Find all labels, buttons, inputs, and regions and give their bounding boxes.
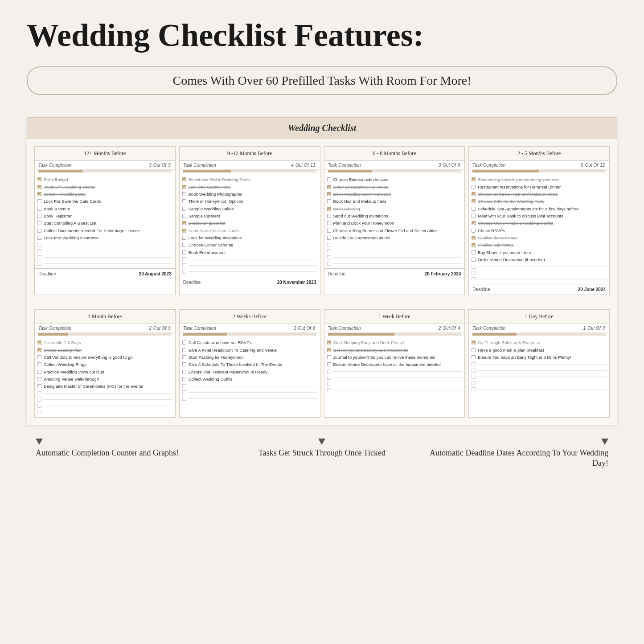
task-item[interactable]: Ensure The Relevant Paperwork Is Ready xyxy=(182,369,317,376)
task-checkbox[interactable] xyxy=(37,207,41,211)
task-item[interactable]: Schedule Spa Appointments etc for a few … xyxy=(472,205,607,213)
task-checkbox[interactable] xyxy=(472,355,476,359)
task-checkbox[interactable] xyxy=(182,207,186,211)
task-checkbox[interactable] xyxy=(182,348,186,352)
task-item[interactable]: Book a Venue xyxy=(37,205,172,213)
task-item[interactable]: Book Hair and Makeup trials xyxy=(327,198,462,205)
task-checkbox[interactable] xyxy=(472,221,476,225)
task-item[interactable]: Call Vendors to ensure everything is goo… xyxy=(37,354,172,361)
task-item[interactable]: Restaurant reservations for Rehersal Din… xyxy=(472,184,607,191)
task-checkbox[interactable] xyxy=(327,229,331,233)
task-checkbox[interactable] xyxy=(472,177,476,181)
task-checkbox[interactable] xyxy=(182,355,186,359)
task-item[interactable]: Plan and Book your Honeymoon xyxy=(327,220,462,227)
task-checkbox[interactable] xyxy=(182,185,186,189)
task-checkbox[interactable] xyxy=(182,377,186,381)
task-checkbox[interactable] xyxy=(327,348,331,352)
task-item[interactable]: Ensure You have an Early Night and Drink… xyxy=(472,354,607,361)
task-checkbox[interactable] xyxy=(472,250,476,254)
task-item[interactable]: Order Venue Decoration (if needed) xyxy=(472,256,607,263)
task-checkbox[interactable] xyxy=(37,384,41,388)
task-item[interactable]: Choose and Book Hair and Makeup Artists xyxy=(472,191,607,198)
task-checkbox[interactable] xyxy=(37,362,41,366)
task-checkbox[interactable] xyxy=(37,236,41,240)
task-item[interactable]: Start writing vows if you are doing your… xyxy=(472,176,607,183)
task-checkbox[interactable] xyxy=(327,236,331,240)
task-item[interactable]: Create Seating Plan xyxy=(37,347,172,354)
task-item[interactable]: Wedding Venue walk-through xyxy=(37,376,172,383)
task-checkbox[interactable] xyxy=(37,192,41,196)
task-item[interactable]: Have a good meal & plan breakfast xyxy=(472,347,607,354)
task-item[interactable]: Buy Shoes if you need them xyxy=(472,249,607,256)
task-item[interactable]: Meet with your Bank to discuss joint acc… xyxy=(472,213,607,220)
task-checkbox[interactable] xyxy=(327,207,331,211)
task-item[interactable]: Call Guests who have not RSVP'd xyxy=(182,339,317,346)
task-item[interactable]: Start Packing for Honeymoon xyxy=(182,354,317,361)
task-checkbox[interactable] xyxy=(472,207,476,211)
task-item[interactable]: Collect Documents Needed For A Marriage … xyxy=(37,227,172,234)
task-checkbox[interactable] xyxy=(327,221,331,225)
task-checkbox[interactable] xyxy=(327,185,331,189)
task-checkbox[interactable] xyxy=(182,370,186,374)
task-item[interactable]: Collect Wedding Rings xyxy=(37,361,172,368)
task-item[interactable]: Look For Save the Date Cards xyxy=(37,198,172,205)
task-item[interactable]: Journal to yourself! So you can re-live … xyxy=(327,354,462,361)
task-checkbox[interactable] xyxy=(37,370,41,374)
task-checkbox[interactable] xyxy=(182,236,186,240)
task-checkbox[interactable] xyxy=(327,340,331,345)
task-checkbox[interactable] xyxy=(182,199,186,203)
task-item[interactable]: Book Catering xyxy=(327,205,462,213)
task-checkbox[interactable] xyxy=(37,355,41,359)
task-item[interactable]: Give A Schedule To Those Involved In The… xyxy=(182,361,317,368)
task-item[interactable]: Book Wedding Photographer xyxy=(182,191,317,198)
task-checkbox[interactable] xyxy=(472,214,476,218)
task-item[interactable]: Sample Wedding Cakes xyxy=(182,205,317,213)
task-checkbox[interactable] xyxy=(182,250,186,254)
task-item[interactable]: Go Through Roles with Everyone xyxy=(472,339,607,346)
task-item[interactable]: Send Save the Date Cards xyxy=(182,227,317,234)
task-item[interactable]: Select A Wedding Day xyxy=(37,191,172,198)
task-item[interactable]: Look Into Wedding Insurance xyxy=(37,234,172,242)
task-item[interactable]: Select and Order Wedding Dress xyxy=(182,176,317,183)
task-checkbox[interactable] xyxy=(327,214,331,218)
task-checkbox[interactable] xyxy=(182,177,186,181)
task-checkbox[interactable] xyxy=(472,229,476,233)
task-item[interactable]: Book Wedding Cars/ Transport xyxy=(327,191,462,198)
task-checkbox[interactable] xyxy=(327,177,331,181)
task-checkbox[interactable] xyxy=(472,185,476,189)
task-item[interactable]: Think Of A Wedding Theme xyxy=(37,184,172,191)
task-checkbox[interactable] xyxy=(37,348,41,352)
task-checkbox[interactable] xyxy=(182,229,186,233)
task-checkbox[interactable] xyxy=(37,177,41,181)
task-item[interactable]: Think of Honeymoon Options xyxy=(182,198,317,205)
task-item[interactable]: Decide On Groomsmen attires xyxy=(327,234,462,242)
task-checkbox[interactable] xyxy=(37,377,41,381)
task-checkbox[interactable] xyxy=(472,340,476,345)
task-checkbox[interactable] xyxy=(182,340,186,345)
task-item[interactable]: Set a Budget xyxy=(37,176,172,183)
task-checkbox[interactable] xyxy=(37,214,41,218)
task-checkbox[interactable] xyxy=(182,362,186,366)
task-item[interactable]: Choose Gifts for the Wedding Party xyxy=(472,198,607,205)
task-item[interactable]: Give A Final Headcount To Catering and V… xyxy=(182,347,317,354)
task-item[interactable]: Collect Wedding Outfits xyxy=(182,376,317,383)
task-item[interactable]: Sample Caterers xyxy=(182,213,317,220)
task-item[interactable]: Finalise suit fittings xyxy=(472,242,607,249)
task-checkbox[interactable] xyxy=(182,243,186,247)
task-checkbox[interactable] xyxy=(182,214,186,218)
task-item[interactable]: Start Compiling A Guest List xyxy=(37,220,172,227)
task-checkbox[interactable] xyxy=(327,192,331,196)
task-item[interactable]: Look for Wedding Invitations xyxy=(182,234,317,242)
task-item[interactable]: Assemble Gift Bags xyxy=(37,339,172,346)
task-item[interactable]: Order Decorations For Venue xyxy=(327,184,462,191)
task-item[interactable]: Look into Groom Attire xyxy=(182,184,317,191)
task-item[interactable]: Finalise dress fittings xyxy=(472,234,607,242)
task-item[interactable]: Book Entertainment xyxy=(182,249,317,256)
task-item[interactable]: Start Sleeping Early and Drink Plenty! xyxy=(327,339,462,346)
task-checkbox[interactable] xyxy=(472,236,476,240)
task-checkbox[interactable] xyxy=(472,243,476,247)
task-item[interactable]: Choose Music / Make a wedding playlist xyxy=(472,220,607,227)
task-checkbox[interactable] xyxy=(327,199,331,203)
task-item[interactable]: Choose Bridesmaids dresses xyxy=(327,176,462,183)
task-item[interactable]: Send out Wedding Invitations xyxy=(327,213,462,220)
